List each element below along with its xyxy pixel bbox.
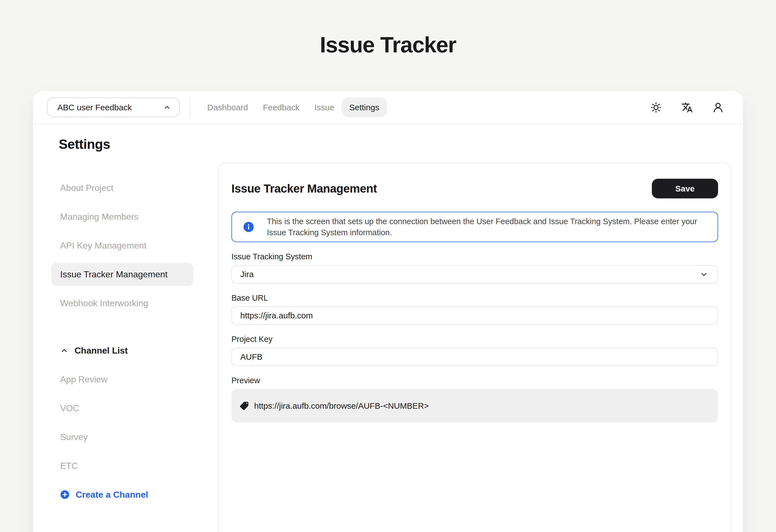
header-divider [190,97,190,118]
tag-icon [239,401,249,411]
app-header: ABC user Feedback Dashboard Feedback Iss… [33,91,743,124]
nav-feedback[interactable]: Feedback [255,97,307,117]
sun-icon [650,102,662,113]
sidebar-item-voc[interactable]: VOC [51,396,193,420]
app-card: ABC user Feedback Dashboard Feedback Iss… [33,90,743,532]
user-icon [712,102,724,113]
sidebar-item-managing-members[interactable]: Managing Members [51,205,193,228]
nav-dashboard[interactable]: Dashboard [200,97,255,117]
info-banner-text: This is the screen that sets up the conn… [267,216,707,238]
sidebar-item-etc[interactable]: ETC [51,454,193,477]
panel-header: Issue Tracker Management Save [231,179,718,198]
nav-settings[interactable]: Settings [342,97,387,117]
plus-circle-icon [60,490,69,499]
settings-heading: Settings [59,137,218,152]
theme-toggle-button[interactable] [650,101,662,113]
create-channel-button[interactable]: Create a Channel [51,483,193,506]
top-nav: Dashboard Feedback Issue Settings [200,97,387,117]
base-url-label: Base URL [231,293,718,303]
language-button[interactable] [681,101,693,113]
chevron-up-icon [60,346,68,355]
app-body: Settings About Project Managing Members … [33,124,743,532]
project-selector-label: ABC user Feedback [57,103,132,112]
project-key-label: Project Key [231,335,718,344]
chevron-down-icon [700,270,708,278]
settings-sidebar: Settings About Project Managing Members … [33,124,218,512]
preview-label: Preview [231,376,718,385]
preview-url: https://jira.aufb.com/browse/AUFB-<NUMBE… [254,401,429,411]
project-key-input[interactable] [231,348,718,366]
page-title: Issue Tracker [0,0,776,58]
chevron-up-icon [163,103,171,111]
project-selector[interactable]: ABC user Feedback [47,97,180,117]
info-banner: This is the screen that sets up the conn… [231,212,718,242]
create-channel-label: Create a Channel [76,490,148,500]
issue-tracking-system-value: Jira [240,270,253,279]
issue-tracking-system-label: Issue Tracking System [231,252,718,261]
header-actions [650,101,724,113]
panel-title: Issue Tracker Management [231,182,377,195]
sidebar-item-app-review[interactable]: App Review [51,368,193,391]
base-url-input[interactable] [231,306,718,325]
info-icon [243,221,254,233]
nav-issue[interactable]: Issue [307,97,342,117]
sidebar-item-survey[interactable]: Survey [51,425,193,449]
channel-list-toggle[interactable]: Channel List [51,339,193,362]
settings-menu: About Project Managing Members API Key M… [51,176,218,506]
sidebar-item-api-key-management[interactable]: API Key Management [51,234,193,257]
channel-list-label: Channel List [74,345,128,356]
sidebar-item-issue-tracker-management[interactable]: Issue Tracker Management [51,263,193,286]
sidebar-item-webhook-interworking[interactable]: Webhook Interworking [51,291,193,315]
preview-box: https://jira.aufb.com/browse/AUFB-<NUMBE… [231,389,718,423]
sidebar-item-about-project[interactable]: About Project [51,176,193,200]
issue-tracking-system-select[interactable]: Jira [231,265,718,283]
account-button[interactable] [712,101,724,113]
translate-icon [681,102,693,113]
issue-tracker-panel: Issue Tracker Management Save This is th… [218,163,731,532]
save-button[interactable]: Save [652,179,718,198]
